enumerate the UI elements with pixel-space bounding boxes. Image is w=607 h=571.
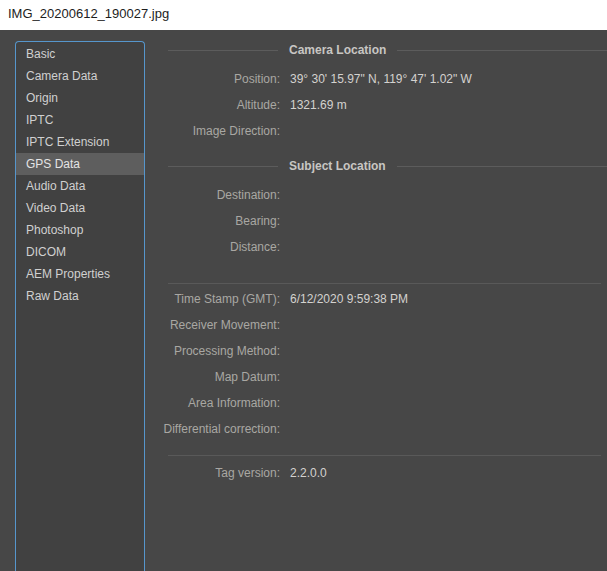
section-divider [168, 283, 601, 284]
destination-field[interactable] [290, 188, 607, 202]
map-datum-label: Map Datum: [215, 370, 280, 384]
header-line [168, 166, 278, 167]
section-title: Camera Location [289, 43, 386, 57]
distance-label: Distance: [230, 240, 280, 254]
destination-label: Destination: [217, 188, 280, 202]
field-row-distance: Distance: [168, 234, 607, 260]
section-title: Subject Location [289, 159, 386, 173]
gps-data-content: Camera Location Position: 39° 30' 15.97"… [168, 30, 607, 486]
section-header-subject-location: Subject Location [168, 154, 607, 178]
field-row-differential-correction: Differential correction: [168, 416, 607, 442]
sidebar-item-iptc[interactable]: IPTC [16, 109, 144, 131]
field-row-tag-version: Tag version: 2.2.0.0 [168, 460, 607, 486]
sidebar-item-basic[interactable]: Basic [16, 43, 144, 65]
receiver-movement-label: Receiver Movement: [170, 318, 280, 332]
processing-method-label: Processing Method: [174, 344, 280, 358]
sidebar-item-gps-data[interactable]: GPS Data [16, 153, 144, 175]
sidebar-item-video-data[interactable]: Video Data [16, 197, 144, 219]
tag-version-rows: Tag version: 2.2.0.0 [168, 460, 607, 486]
field-row-destination: Destination: [168, 182, 607, 208]
titlebar: IMG_20200612_190027.jpg [0, 0, 607, 30]
position-label: Position: [234, 72, 280, 86]
field-row-bearing: Bearing: [168, 208, 607, 234]
sidebar-item-dicom[interactable]: DICOM [16, 241, 144, 263]
field-row-map-datum: Map Datum: [168, 364, 607, 390]
sidebar-item-raw-data[interactable]: Raw Data [16, 285, 144, 307]
area-information-label: Area Information: [188, 396, 280, 410]
field-row-image-direction: Image Direction: [168, 118, 607, 144]
image-direction-field[interactable] [290, 124, 607, 138]
differential-correction-label: Differential correction: [164, 422, 281, 436]
field-row-processing-method: Processing Method: [168, 338, 607, 364]
sidebar-item-aem-properties[interactable]: AEM Properties [16, 263, 144, 285]
section-divider [168, 455, 601, 456]
header-line [397, 166, 607, 167]
subject-location-rows: Destination: Bearing: Distance: [168, 182, 607, 260]
field-row-position: Position: 39° 30' 15.97" N, 119° 47' 1.0… [168, 66, 607, 92]
differential-correction-field[interactable] [290, 422, 607, 436]
processing-method-field[interactable] [290, 344, 607, 358]
tag-version-label: Tag version: [215, 466, 280, 480]
header-line [168, 50, 278, 51]
bearing-field[interactable] [290, 214, 607, 228]
distance-field[interactable] [290, 240, 607, 254]
altitude-label: Altitude: [237, 98, 280, 112]
field-row-altitude: Altitude: 1321.69 m [168, 92, 607, 118]
area-information-field[interactable] [290, 396, 607, 410]
time-stamp-label: Time Stamp (GMT): [174, 292, 280, 306]
category-list: Basic Camera Data Origin IPTC IPTC Exten… [15, 41, 145, 571]
sidebar-item-iptc-extension[interactable]: IPTC Extension [16, 131, 144, 153]
field-row-receiver-movement: Receiver Movement: [168, 312, 607, 338]
field-row-time-stamp: Time Stamp (GMT): 6/12/2020 9:59:38 PM [168, 286, 607, 312]
position-field[interactable]: 39° 30' 15.97" N, 119° 47' 1.02" W [290, 72, 607, 86]
header-line [397, 50, 607, 51]
section-header-camera-location: Camera Location [168, 38, 607, 62]
gps-details-rows: Time Stamp (GMT): 6/12/2020 9:59:38 PM R… [168, 286, 607, 442]
image-direction-label: Image Direction: [193, 124, 280, 138]
sidebar-item-photoshop[interactable]: Photoshop [16, 219, 144, 241]
bearing-label: Bearing: [235, 214, 280, 228]
field-row-area-information: Area Information: [168, 390, 607, 416]
metadata-panel: Basic Camera Data Origin IPTC IPTC Exten… [0, 30, 607, 571]
camera-location-rows: Position: 39° 30' 15.97" N, 119° 47' 1.0… [168, 66, 607, 144]
altitude-field[interactable]: 1321.69 m [290, 98, 607, 112]
sidebar-item-camera-data[interactable]: Camera Data [16, 65, 144, 87]
tag-version-field[interactable]: 2.2.0.0 [290, 466, 607, 480]
sidebar-item-audio-data[interactable]: Audio Data [16, 175, 144, 197]
receiver-movement-field[interactable] [290, 318, 607, 332]
time-stamp-field[interactable]: 6/12/2020 9:59:38 PM [290, 292, 607, 306]
filename-title: IMG_20200612_190027.jpg [8, 6, 169, 21]
map-datum-field[interactable] [290, 370, 607, 384]
sidebar-item-origin[interactable]: Origin [16, 87, 144, 109]
